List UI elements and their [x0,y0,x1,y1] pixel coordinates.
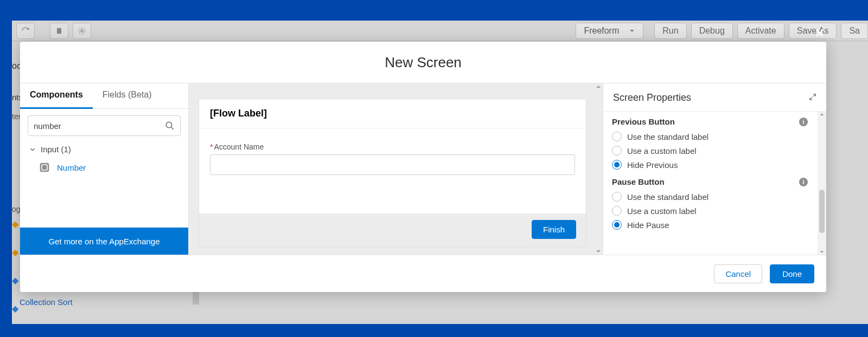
radio-label: Use a custom label [627,206,697,216]
radio-indicator [612,160,622,170]
svg-point-2 [166,122,172,128]
collection-sort-item[interactable]: Collection Sort [20,297,73,307]
finish-button[interactable]: Finish [532,220,576,239]
component-search-input[interactable] [34,121,165,131]
scroll-up-icon [819,112,825,117]
chevron-down-icon [29,146,36,153]
close-icon [814,28,825,38]
svg-rect-3 [40,163,49,172]
screen-preview-card[interactable]: [Flow Label] *Account Name Finish [199,99,586,247]
components-tabs: Components Fields (Beta) [20,83,188,109]
radio-option[interactable]: Use the standard label [603,190,826,204]
radio-label: Use the standard label [627,192,709,202]
required-indicator: * [210,142,213,151]
info-icon[interactable]: i [799,178,808,186]
radio-indicator [612,220,622,230]
radio-indicator [612,146,622,155]
radio-indicator [612,206,622,216]
modal-footer: Cancel Done [20,255,826,292]
radio-label: Use the standard label [627,132,709,141]
bg-text-fragment: ter [12,112,21,121]
expand-icon [809,93,816,101]
tab-components[interactable]: Components [20,83,93,109]
component-number-label: Number [57,163,86,172]
scroll-up-icon [595,83,602,90]
number-component-icon [39,161,50,173]
radio-option[interactable]: Use the standard label [603,129,826,144]
section-title: Pause Buttoni [603,172,826,190]
modal-close-button[interactable] [812,25,827,41]
radio-label: Hide Pause [627,221,669,230]
radio-option[interactable]: Use a custom label [603,144,826,158]
group-input-label: Input (1) [41,145,71,154]
layout-dropdown-label: Freeform [584,26,619,36]
screen-canvas: [Flow Label] *Account Name Finish [189,83,603,255]
settings-cog-button[interactable] [73,23,91,39]
section-title: Previous Buttoni [603,112,826,129]
radio-indicator [612,132,622,141]
run-button[interactable]: Run [654,23,686,39]
radio-option[interactable]: Hide Pause [603,218,826,232]
radio-label: Hide Previous [627,160,678,170]
info-icon[interactable]: i [799,118,808,126]
group-input[interactable]: Input (1) [20,140,188,158]
undo-button[interactable] [16,23,35,39]
properties-title: Screen Properties [613,92,691,103]
account-name-input[interactable] [210,154,575,175]
new-screen-modal: New Screen Components Fields (Beta) Inpu… [20,42,826,292]
radio-label: Use a custom label [627,146,697,155]
scrollbar-thumb[interactable] [819,190,825,233]
radio-indicator [612,192,622,202]
scroll-down-icon [819,249,825,255]
scroll-down-icon [595,248,602,255]
builder-toolbar: Freeform Run Debug Activate Save As Sa [12,21,868,41]
activate-button[interactable]: Activate [737,23,784,39]
app-exchange-button[interactable]: Get more on the AppExchange [20,228,188,255]
radio-option[interactable]: Hide Previous [603,158,826,172]
chevron-down-icon [629,28,635,34]
search-icon [165,121,175,131]
layout-dropdown[interactable]: Freeform [576,23,643,39]
components-panel: Components Fields (Beta) Input (1) Numbe… [20,83,189,255]
svg-rect-0 [57,28,61,34]
screen-properties-panel: Screen Properties Previous ButtoniUse th… [603,83,826,255]
tab-fields[interactable]: Fields (Beta) [93,83,162,108]
modal-title: New Screen [20,42,826,83]
save-button[interactable]: Sa [841,23,868,39]
field-label: *Account Name [210,142,575,151]
field-label-text: Account Name [214,142,264,151]
flow-label-header: [Flow Label] [199,99,586,128]
expand-panel-button[interactable] [809,92,816,103]
component-search[interactable] [28,115,181,136]
canvas-scrollbar[interactable] [594,83,603,255]
radio-option[interactable]: Use a custom label [603,204,826,218]
clipboard-button[interactable] [50,23,68,39]
component-number[interactable]: Number [20,158,188,177]
debug-button[interactable]: Debug [691,23,733,39]
svg-point-1 [81,30,83,32]
bg-section-carets: ◆ ◆ ◆ ◆ [12,219,21,312]
properties-scrollbar[interactable] [818,112,826,255]
cancel-button[interactable]: Cancel [714,264,762,283]
done-button[interactable]: Done [770,264,814,283]
